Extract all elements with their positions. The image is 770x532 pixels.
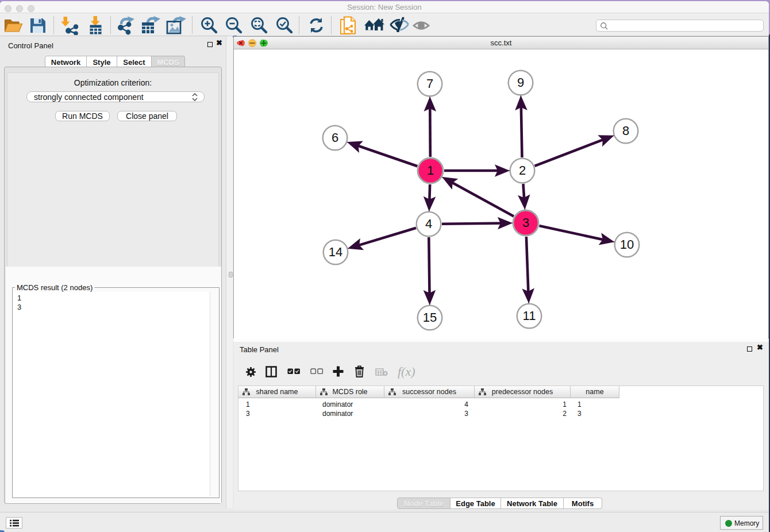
svg-text:14: 14 <box>329 245 342 259</box>
svg-text:1: 1 <box>427 163 434 178</box>
svg-text:2: 2 <box>519 163 526 178</box>
svg-text:10: 10 <box>620 237 634 252</box>
svg-text:7: 7 <box>426 76 433 91</box>
svg-text:15: 15 <box>423 310 437 325</box>
svg-text:11: 11 <box>523 309 536 323</box>
svg-text:6: 6 <box>332 130 338 145</box>
svg-text:3: 3 <box>522 215 529 230</box>
svg-text:4: 4 <box>425 217 432 231</box>
svg-text:9: 9 <box>517 75 524 90</box>
svg-text:8: 8 <box>622 124 629 138</box>
